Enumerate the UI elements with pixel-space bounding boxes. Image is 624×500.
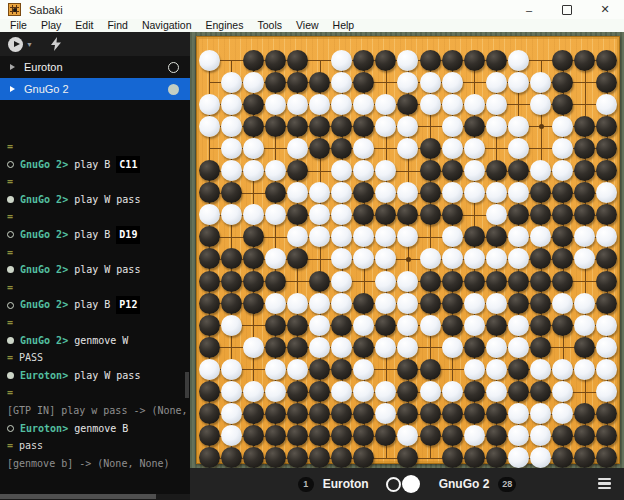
white-stone [464, 248, 485, 269]
expand-triangle-icon[interactable] [10, 86, 15, 92]
maximize-button[interactable] [548, 0, 586, 19]
black-stone [375, 204, 396, 225]
menu-bar: FilePlayEditFindNavigationEnginesToolsVi… [0, 19, 624, 32]
engine-name: Euroton [24, 61, 168, 73]
white-stone [287, 293, 308, 314]
black-stone [596, 293, 617, 314]
white-stone [508, 403, 529, 424]
white-stone [331, 182, 352, 203]
black-stone [530, 182, 551, 203]
white-stone [375, 182, 396, 203]
white-stone [508, 447, 529, 468]
white-stone [221, 359, 242, 380]
white-stone [574, 359, 595, 380]
black-stone [265, 271, 286, 292]
console-toolbar: ▼ [0, 32, 190, 56]
menu-navigation[interactable]: Navigation [135, 19, 199, 32]
white-stone [464, 293, 485, 314]
black-stone [397, 381, 418, 402]
black-stone [397, 359, 418, 380]
black-stone [574, 138, 595, 159]
console-log-line: [GTP IN] play w pass -> (None, [7, 402, 190, 420]
menu-file[interactable]: File [3, 19, 34, 32]
black-stone [442, 204, 463, 225]
black-stone [420, 138, 441, 159]
white-stone [397, 315, 418, 336]
white-stone [486, 72, 507, 93]
white-stone [331, 204, 352, 225]
black-stone [596, 403, 617, 424]
white-stone [397, 226, 418, 247]
menu-hamburger-icon[interactable] [598, 478, 611, 489]
stone-color-icon [7, 231, 14, 238]
black-stone [464, 226, 485, 247]
gtp-console-log[interactable]: =GnuGo 2> play B C11=GnuGo 2> play W pas… [0, 122, 190, 494]
black-stone [574, 182, 595, 203]
black-stone [486, 271, 507, 292]
white-stone [508, 72, 529, 93]
white-stone [442, 337, 463, 358]
white-stone [353, 226, 374, 247]
engine-row-gnugo-2[interactable]: GnuGo 2 [0, 78, 190, 100]
black-stone [353, 293, 374, 314]
black-stone [199, 182, 220, 203]
menu-help[interactable]: Help [326, 19, 362, 32]
white-stone [331, 72, 352, 93]
black-stone [574, 50, 595, 71]
black-stone [309, 359, 330, 380]
player-name-left: Euroton [323, 477, 369, 491]
turn-toggle[interactable] [386, 475, 422, 493]
white-stone [353, 248, 374, 269]
menu-play[interactable]: Play [34, 19, 68, 32]
black-stone [420, 204, 441, 225]
white-stone [508, 116, 529, 137]
white-stone [331, 94, 352, 115]
white-stone [442, 116, 463, 137]
lightning-icon[interactable] [51, 37, 61, 51]
white-stone [397, 138, 418, 159]
black-stone [221, 182, 242, 203]
white-stone [508, 50, 529, 71]
engine-row-euroton[interactable]: Euroton [0, 56, 190, 78]
black-stone [243, 226, 264, 247]
scrollbar-thumb[interactable] [0, 494, 156, 499]
stone-color-icon [7, 372, 14, 379]
menu-engines[interactable]: Engines [199, 19, 251, 32]
black-stone [397, 204, 418, 225]
black-stone [464, 50, 485, 71]
black-stone [442, 160, 463, 181]
black-stone [530, 293, 551, 314]
black-stone [331, 447, 352, 468]
white-stone [397, 271, 418, 292]
white-stone [309, 204, 330, 225]
white-stone [442, 226, 463, 247]
start-engines-button[interactable]: ▼ [8, 37, 33, 52]
black-stone [375, 50, 396, 71]
menu-edit[interactable]: Edit [68, 19, 100, 32]
goban[interactable] [196, 36, 620, 464]
white-stone [596, 359, 617, 380]
white-stone [287, 182, 308, 203]
menu-view[interactable]: View [289, 19, 326, 32]
menu-find[interactable]: Find [100, 19, 134, 32]
white-stone [464, 94, 485, 115]
white-stone [309, 94, 330, 115]
menu-tools[interactable]: Tools [250, 19, 289, 32]
expand-triangle-icon[interactable] [10, 64, 15, 70]
black-stone [442, 50, 463, 71]
white-stone [243, 381, 264, 402]
minimize-button[interactable]: – [510, 0, 548, 19]
stone-color-icon [7, 196, 14, 203]
white-stone [420, 315, 441, 336]
black-stone [508, 160, 529, 181]
engine-list: EurotonGnuGo 2 [0, 56, 190, 100]
white-stone [596, 337, 617, 358]
black-stone [486, 403, 507, 424]
black-stone [530, 315, 551, 336]
console-vertical-scrollbar[interactable] [185, 372, 189, 398]
close-button[interactable]: ✕ [586, 0, 624, 19]
black-stone [464, 381, 485, 402]
black-stone [265, 403, 286, 424]
black-stone [309, 138, 330, 159]
white-stone [596, 182, 617, 203]
